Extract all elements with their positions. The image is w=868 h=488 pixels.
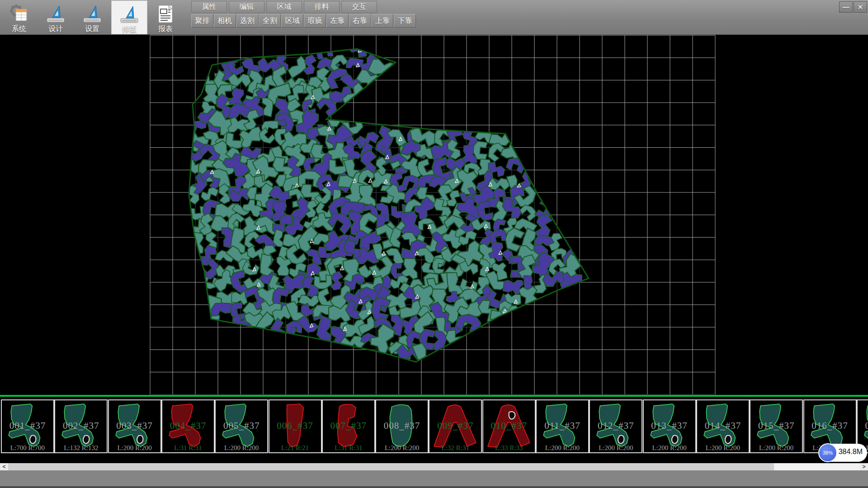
memory-value: 384.8M — [839, 448, 863, 456]
tool-上靠[interactable]: 上靠 — [371, 14, 393, 28]
piece-id: 001_#37 — [2, 420, 53, 432]
tool-全割[interactable]: 全割 — [259, 14, 281, 28]
piece-id: 002_#37 — [55, 420, 107, 432]
tool-相机[interactable]: 相机 — [214, 14, 236, 28]
piece-thumbnail-008_#37[interactable]: 008_#37 L:200 R:200 — [375, 399, 429, 453]
status-bar — [0, 470, 868, 486]
piece-id: 003_#37 — [109, 420, 160, 432]
piece-lr-count: L:200 R:200 — [537, 444, 588, 452]
scrollbar-thumb[interactable] — [8, 463, 774, 470]
menu-属性[interactable]: 属性 — [191, 1, 227, 13]
layout-ruler-icon — [119, 4, 140, 25]
toolbar-button-系统[interactable]: 系统 — [1, 0, 37, 33]
piece-id: 006_#37 — [269, 420, 321, 432]
progress-circle: 38% — [818, 443, 837, 462]
piece-id: 015_#37 — [750, 420, 802, 432]
menu-编辑[interactable]: 编辑 — [229, 1, 264, 13]
toolbar-button-label: 系统 — [12, 24, 26, 33]
main-toolbar: 系统 设计 设置 排版 报表属性编辑区域排料交互聚排相机选割全割区域瑕疵左靠右靠… — [0, 0, 868, 35]
tool-选割[interactable]: 选割 — [236, 14, 259, 28]
piece-lr-count: L:200 R:200 — [697, 444, 749, 452]
piece-id: 014_#37 — [697, 420, 749, 432]
piece-lr-count: L:200 R:200 — [216, 444, 267, 452]
window-bottom-edge — [0, 486, 868, 488]
menu-交互[interactable]: 交互 — [341, 1, 377, 13]
piece-id: 012_#37 — [590, 420, 642, 432]
system-gear-icon — [9, 4, 29, 24]
piece-thumbnail-007_#37[interactable]: 007_#37 L:31 R:31 — [322, 399, 375, 453]
piece-thumbnail-010_#37[interactable]: 010_#37 L:33 R:33 — [482, 399, 536, 453]
piece-id: 009_#37 — [429, 420, 481, 432]
toolbar-button-label: 排版 — [122, 25, 137, 34]
piece-thumbnail-004_#37[interactable]: 004_#37 L:31 R:31 — [161, 399, 215, 453]
tool-下靠[interactable]: 下靠 — [394, 14, 416, 28]
piece-lr-count: L:200 R:200 — [750, 444, 802, 452]
toolbar-button-label: 报表 — [158, 24, 173, 33]
horizontal-scrollbar[interactable]: < > — [0, 463, 868, 470]
tool-右靠[interactable]: 右靠 — [349, 14, 371, 28]
piece-id: 008_#37 — [376, 420, 428, 432]
scroll-right-arrow[interactable]: > — [860, 463, 868, 470]
piece-id: 010_#37 — [483, 420, 535, 432]
minimize-button[interactable]: — — [839, 1, 853, 13]
toolbar-button-设计[interactable]: 设计 — [38, 0, 73, 33]
scroll-left-arrow[interactable]: < — [0, 463, 8, 470]
tool-瑕疵[interactable]: 瑕疵 — [304, 14, 326, 28]
piece-id: 007_#37 — [323, 420, 374, 432]
settings-ruler-icon — [82, 4, 103, 24]
hide-nesting-view — [0, 35, 868, 394]
toolbar-button-设置[interactable]: 设置 — [75, 0, 110, 33]
piece-thumbnail-003_#37[interactable]: 003_#37 L:200 R:200 — [108, 399, 161, 453]
piece-lr-count: L:132 R:132 — [55, 444, 107, 452]
piece-thumbnail-006_#37[interactable]: 006_#37 L:21 R:21 — [269, 399, 322, 453]
strip-divider-line — [0, 395, 868, 397]
close-button[interactable]: ✕ — [854, 1, 867, 13]
piece-thumbnail-strip: 001_#37 L:700 R:700 002_#37 L:132 R:132 … — [0, 394, 868, 463]
piece-lr-count: L:200 R:200 — [590, 444, 642, 452]
piece-thumbnail-012_#37[interactable]: 012_#37 L:200 R:200 — [589, 399, 642, 453]
nesting-canvas[interactable] — [0, 35, 868, 394]
report-doc-icon — [155, 4, 176, 24]
menu-区域[interactable]: 区域 — [266, 1, 302, 13]
piece-thumbnail-002_#37[interactable]: 002_#37 L:132 R:132 — [54, 399, 108, 453]
piece-lr-count: L:200 R:200 — [376, 444, 428, 452]
piece-lr-count: L:200 R:200 — [644, 444, 695, 452]
piece-lr-count: L:32 R:31 — [429, 444, 481, 452]
tool-区域[interactable]: 区域 — [281, 14, 303, 28]
menu-排料[interactable]: 排料 — [304, 1, 340, 13]
toolbar-button-排版[interactable]: 排版 — [111, 0, 147, 34]
piece-thumbnail-011_#37[interactable]: 011_#37 L:200 R:200 — [536, 399, 589, 453]
piece-lr-count: L:200 R:200 — [109, 444, 160, 452]
piece-thumbnail-015_#37[interactable]: 015_#37 L:200 R:200 — [750, 399, 803, 453]
piece-lr-count: L:31 R:31 — [323, 444, 374, 452]
app-window: 系统 设计 设置 排版 报表属性编辑区域排料交互聚排相机选割全割区域瑕疵左靠右靠… — [0, 0, 868, 488]
piece-id: 011_#37 — [537, 420, 588, 432]
progress-value: 38% — [823, 450, 833, 455]
toolbar-button-label: 设计 — [48, 24, 63, 33]
piece-id: 016_#37 — [804, 420, 856, 432]
design-ruler-icon — [45, 4, 66, 24]
piece-id: 004_#37 — [162, 420, 214, 432]
piece-thumbnail-001_#37[interactable]: 001_#37 L:700 R:700 — [1, 399, 54, 453]
piece-id: 005_#37 — [216, 420, 267, 432]
piece-lr-count: L:33 R:33 — [483, 444, 535, 452]
piece-thumbnail-005_#37[interactable]: 005_#37 L:200 R:200 — [215, 399, 268, 453]
tool-左靠[interactable]: 左靠 — [326, 14, 349, 28]
piece-id: 017_#37 — [858, 420, 868, 432]
tool-聚排[interactable]: 聚排 — [191, 14, 213, 28]
piece-lr-count: L:21 R:21 — [269, 444, 321, 452]
toolbar-button-label: 设置 — [85, 24, 99, 33]
piece-thumbnail-013_#37[interactable]: 013_#37 L:200 R:200 — [643, 399, 696, 453]
toolbar-button-报表[interactable]: 报表 — [148, 0, 183, 33]
piece-lr-count: L:700 R:700 — [2, 444, 53, 452]
piece-thumbnail-009_#37[interactable]: 009_#37 L:32 R:31 — [429, 399, 482, 453]
piece-lr-count: L:31 R:31 — [162, 444, 214, 452]
piece-thumbnail-014_#37[interactable]: 014_#37 L:200 R:200 — [696, 399, 750, 453]
piece-id: 013_#37 — [644, 420, 695, 432]
